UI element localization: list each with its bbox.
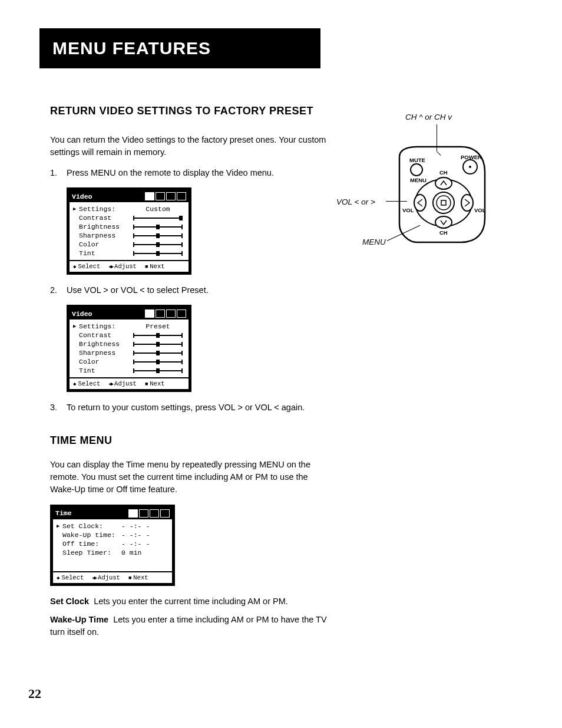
sharpness-slider-2 bbox=[133, 353, 183, 354]
time-tab-icon bbox=[128, 509, 138, 518]
osd-row-sharpness-2: Sharpness bbox=[79, 349, 131, 357]
osd-row-wakeup: Wake-Up time: bbox=[62, 531, 121, 539]
setup-tab-icon bbox=[177, 309, 186, 318]
contrast-slider bbox=[133, 218, 183, 219]
svg-point-5 bbox=[437, 196, 451, 210]
setup-tab-icon bbox=[160, 509, 170, 518]
osd-footer-select-3: Select bbox=[57, 574, 84, 581]
def-set-clock: Set Clock Lets you enter the current tim… bbox=[50, 595, 333, 608]
osd-video-preset: Video ▶Settings:Preset Contrast Brightne… bbox=[67, 305, 191, 392]
osd-title: Video bbox=[72, 193, 145, 200]
osd-tab-icons bbox=[145, 192, 186, 200]
osd-tab-icons-3 bbox=[128, 509, 170, 518]
video-tab-icon bbox=[145, 192, 154, 200]
section-heading-factory-preset: Return Video Settings to Factory Preset bbox=[50, 101, 333, 121]
osd-row-color-2: Color bbox=[79, 358, 131, 365]
osd-val-sleep: 0 min bbox=[121, 549, 142, 556]
osd-footer-adjust-3: Adjust bbox=[92, 574, 120, 581]
osd-row-offtime: Off time: bbox=[62, 540, 121, 548]
audio-tab-icon bbox=[150, 509, 159, 518]
contrast-slider-2 bbox=[133, 335, 183, 336]
osd-footer-next-2: Next bbox=[145, 380, 165, 387]
osd-title-2: Video bbox=[72, 310, 145, 318]
step-3: To return to your custom settings, press… bbox=[50, 401, 333, 414]
audio-tab-icon bbox=[156, 309, 165, 318]
page-number: 22 bbox=[28, 686, 41, 701]
label-ch: CH ^ or CH v bbox=[405, 113, 452, 121]
step-1: Press MENU on the remote to display the … bbox=[50, 167, 333, 179]
brightness-slider-2 bbox=[133, 344, 183, 345]
osd-footer-next-3: Next bbox=[128, 574, 148, 581]
video-tab-icon bbox=[145, 309, 154, 318]
osd-time: Time ▶Set Clock:- -:- - Wake-Up time:- -… bbox=[50, 505, 175, 586]
btn-label-mute: MUTE bbox=[409, 157, 425, 163]
remote-diagram: CH ^ or CH v VOL < or > MENU bbox=[343, 124, 497, 260]
osd-footer-adjust-2: Adjust bbox=[108, 380, 137, 387]
svg-point-8 bbox=[435, 216, 452, 228]
osd-row-brightness-2: Brightness bbox=[79, 340, 131, 348]
osd-val-offtime: - -:- - bbox=[121, 540, 150, 548]
label-vol: VOL < or > bbox=[336, 197, 375, 206]
remote-column: CH ^ or CH v VOL < or > MENU bbox=[343, 101, 503, 644]
osd-footer-adjust: Adjust bbox=[108, 263, 137, 270]
osd-val-wakeup: - -:- - bbox=[121, 531, 150, 539]
btn-label-vol-left: VOL bbox=[402, 207, 414, 213]
intro-paragraph-1: You can return the Video settings to the… bbox=[50, 134, 333, 159]
osd-value-preset: Preset bbox=[131, 322, 185, 330]
osd-row-contrast: Contrast bbox=[79, 214, 131, 222]
step-2: Use VOL > or VOL < to select Preset. bbox=[50, 284, 333, 297]
svg-point-9 bbox=[414, 195, 426, 211]
page-banner: Menu Features bbox=[39, 28, 320, 68]
osd-value-custom: Custom bbox=[131, 205, 185, 213]
btn-label-power: POWER bbox=[461, 154, 482, 160]
osd-val-setclock: - -:- - bbox=[121, 522, 150, 530]
osd-row-tint-2: Tint bbox=[79, 367, 131, 374]
svg-point-7 bbox=[435, 177, 452, 189]
brightness-slider bbox=[133, 226, 183, 228]
tint-slider-2 bbox=[133, 370, 183, 371]
btn-label-ch-top: CH bbox=[439, 169, 448, 176]
color-slider-2 bbox=[133, 361, 183, 363]
osd-row-settings: Settings: bbox=[79, 205, 131, 213]
osd-video-custom: Video ▶Settings:Custom Contrast Brightne… bbox=[67, 187, 191, 275]
osd-time-title: Time bbox=[55, 509, 128, 517]
sharpness-slider bbox=[133, 235, 183, 236]
section-heading-time-menu: Time Menu bbox=[50, 430, 333, 450]
def-wake-up: Wake-Up Time Lets you enter a time inclu… bbox=[50, 614, 333, 638]
time-tab-icon bbox=[166, 192, 176, 200]
osd-row-contrast-2: Contrast bbox=[79, 331, 131, 339]
osd-row-setclock: Set Clock: bbox=[62, 522, 121, 530]
svg-point-2 bbox=[411, 164, 422, 176]
intro-paragraph-2: You can display the Time menu by repeate… bbox=[50, 459, 333, 496]
setup-tab-icon bbox=[177, 192, 186, 200]
main-column: Return Video Settings to Factory Preset … bbox=[50, 101, 333, 644]
osd-row-color: Color bbox=[79, 241, 131, 248]
osd-row-sharpness: Sharpness bbox=[79, 232, 131, 239]
video-tab-icon bbox=[139, 509, 148, 518]
btn-label-vol-right: VOL bbox=[474, 207, 486, 213]
osd-row-settings-2: Settings: bbox=[79, 322, 131, 330]
btn-label-menu: MENU bbox=[410, 177, 427, 183]
osd-footer-select-2: Select bbox=[73, 380, 100, 387]
btn-label-ch-bottom: CH bbox=[439, 229, 448, 236]
svg-point-10 bbox=[461, 195, 473, 211]
osd-tab-icons-2 bbox=[145, 309, 186, 318]
audio-tab-icon bbox=[156, 192, 165, 200]
osd-footer-select: Select bbox=[73, 263, 100, 270]
osd-row-brightness: Brightness bbox=[79, 223, 131, 230]
osd-row-sleep: Sleep Timer: bbox=[62, 549, 121, 556]
remote-svg bbox=[343, 124, 497, 254]
label-menu: MENU bbox=[362, 238, 386, 246]
osd-footer-next: Next bbox=[145, 263, 165, 270]
svg-point-1 bbox=[469, 166, 471, 168]
osd-row-tint: Tint bbox=[79, 249, 131, 257]
banner-title: Menu Features bbox=[52, 38, 211, 58]
time-tab-icon bbox=[166, 309, 176, 318]
color-slider bbox=[133, 244, 183, 245]
tint-slider bbox=[133, 253, 183, 254]
